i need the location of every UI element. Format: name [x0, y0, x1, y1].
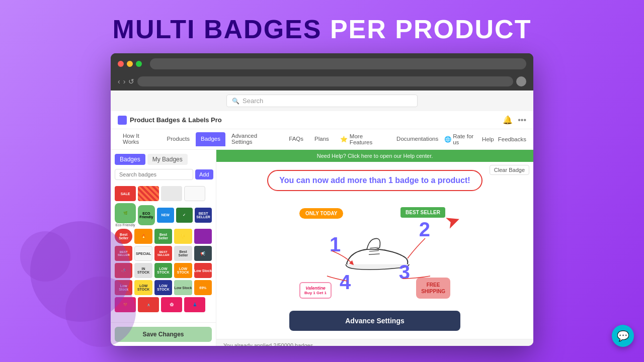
- star-icon: ⭐: [340, 136, 348, 143]
- badge-free-shipping[interactable]: FREESHIPPING: [416, 278, 450, 299]
- badge-item[interactable]: LOWSTOCK: [154, 280, 172, 295]
- badge-item[interactable]: 🌿: [115, 203, 136, 223]
- tab-more-features[interactable]: ⭐ More Features: [335, 130, 390, 149]
- buy-get-title: Valentine: [304, 286, 327, 291]
- badge-item[interactable]: [184, 186, 205, 201]
- tab-plans[interactable]: Plans: [309, 132, 334, 146]
- chat-icon: 💬: [617, 330, 629, 342]
- badge-item[interactable]: [161, 186, 182, 201]
- badge-item[interactable]: LOWSTOCK: [174, 263, 192, 278]
- badge-item[interactable]: NEW: [157, 208, 174, 223]
- back-button[interactable]: ‹: [118, 77, 120, 85]
- badge-item[interactable]: [194, 229, 212, 244]
- badge-item[interactable]: SPECIAL: [134, 246, 152, 261]
- badge-best-seller[interactable]: BEST SELLER: [400, 207, 445, 218]
- more-icon[interactable]: •••: [518, 116, 526, 125]
- badge-item[interactable]: 📢: [194, 246, 212, 261]
- browser-avatar: [516, 76, 526, 86]
- browser-window: ‹ › ↺ 🔍 Search Product Badges & Labels P…: [111, 53, 533, 346]
- tab-products[interactable]: Products: [162, 132, 195, 146]
- app-name: Product Badges & Labels Pro: [130, 116, 222, 124]
- badge-item[interactable]: 🌸: [161, 297, 182, 312]
- nav-tabs: How It Works Products Badges Advanced Se…: [111, 129, 533, 150]
- badge-count-bar: You already applied 2/50000 badges.: [216, 339, 533, 346]
- badge-row: BestSeller 🔥 BestSeller 🌟: [115, 229, 212, 244]
- badge-item[interactable]: SALE: [115, 186, 136, 201]
- search-icon: 🔍: [232, 98, 239, 105]
- sidebar-tabs: Badges My Badges: [111, 150, 216, 169]
- logo-icon: [118, 116, 127, 125]
- chat-button[interactable]: 💬: [612, 325, 634, 347]
- app-logo: Product Badges & Labels Pro: [118, 116, 222, 125]
- badge-item[interactable]: ✂️: [138, 297, 159, 312]
- search-bar-area: 🔍 Search: [111, 90, 533, 111]
- traffic-lights: [118, 61, 142, 67]
- badge-item[interactable]: BESTSELLER: [195, 208, 212, 223]
- traffic-light-yellow[interactable]: [127, 61, 133, 67]
- nav-right-actions: 🌐 Rate for us Help Feedbacks: [444, 133, 526, 145]
- rate-us-btn[interactable]: 🌐 Rate for us: [444, 133, 478, 145]
- badge-item[interactable]: 🔥: [134, 229, 152, 244]
- tab-faqs[interactable]: FAQs: [284, 132, 308, 146]
- advance-settings-button[interactable]: Advance Settings: [289, 311, 460, 331]
- badge-number-2: 2: [419, 218, 430, 241]
- sidebar-search: Add: [115, 169, 212, 180]
- product-area: 1 2 3 4: [279, 198, 470, 309]
- badge-number-4: 4: [340, 271, 351, 294]
- hero-title-purple: MULTI BADGES: [113, 15, 322, 44]
- badge-item[interactable]: LOWSTOCK: [134, 280, 152, 295]
- badge-search-input[interactable]: [115, 169, 193, 180]
- browser-chrome: ‹ › ↺: [111, 53, 533, 90]
- tab-how-it-works[interactable]: How It Works: [118, 129, 161, 149]
- tab-documentations[interactable]: Documentations: [391, 132, 443, 146]
- browser-nav: ‹ › ↺: [118, 73, 526, 90]
- add-button[interactable]: Add: [195, 169, 213, 179]
- badge-buy-get[interactable]: Valentine Buy 1 Get 1: [299, 282, 332, 299]
- badge-item[interactable]: 🌟: [174, 229, 192, 244]
- list-item: 🌿 Eco Friendly: [115, 203, 136, 227]
- globe-icon: 🌐: [444, 136, 451, 143]
- badge-number-1: 1: [330, 233, 341, 256]
- header-actions: 🔔 •••: [503, 115, 526, 125]
- badge-item[interactable]: ECOFriendly: [138, 205, 155, 225]
- bell-icon[interactable]: 🔔: [503, 115, 513, 125]
- app-header: Product Badges & Labels Pro 🔔 •••: [111, 111, 533, 129]
- cursor-arrow: ➤: [442, 209, 464, 234]
- address-bar[interactable]: [137, 76, 513, 86]
- badge-item[interactable]: 👗: [184, 297, 205, 312]
- traffic-light-green[interactable]: [136, 61, 142, 67]
- clear-badge-button[interactable]: Clear Badge: [490, 165, 529, 175]
- feedbacks-btn[interactable]: Feedbacks: [498, 136, 526, 142]
- badge-item[interactable]: Low Stock: [194, 263, 212, 278]
- tab-advanced-settings[interactable]: Advanced Settings: [226, 129, 283, 149]
- badge-row: SALE: [115, 186, 212, 201]
- badge-item[interactable]: Low Stock: [174, 280, 192, 295]
- badge-item[interactable]: BestSeller: [174, 246, 192, 261]
- browser-url-bar[interactable]: [150, 58, 526, 69]
- bg-circle-2: [65, 277, 136, 347]
- tab-badges[interactable]: Badges: [196, 132, 225, 146]
- main-body: Badges My Badges Add SALE: [111, 150, 533, 346]
- badge-only-today[interactable]: ONLY TODAY: [299, 208, 343, 219]
- sidebar-tab-my-badges[interactable]: My Badges: [147, 154, 188, 165]
- app-content: 🔍 Search Product Badges & Labels Pro 🔔 •…: [111, 90, 533, 346]
- badge-number-3: 3: [399, 261, 410, 284]
- forward-button[interactable]: ›: [123, 77, 126, 85]
- help-bar[interactable]: Need Help? Click here to open our Help c…: [216, 150, 533, 162]
- callout-bubble: You can now add more than 1 badge to a p…: [267, 170, 482, 191]
- traffic-light-red[interactable]: [118, 61, 124, 67]
- badge-item[interactable]: ✓: [176, 208, 193, 223]
- refresh-button[interactable]: ↺: [128, 77, 134, 85]
- badge-item[interactable]: BESTSELLER: [154, 246, 172, 261]
- browser-top-bar: [118, 58, 526, 69]
- badge-item[interactable]: 69%: [194, 280, 212, 295]
- badge-item[interactable]: BestSeller: [154, 229, 172, 244]
- badge-item[interactable]: INSTOCK: [134, 263, 152, 278]
- sidebar-tab-badges[interactable]: Badges: [115, 154, 145, 165]
- hero-title-white: PER PRODUCT: [321, 15, 531, 44]
- help-btn[interactable]: Help: [482, 136, 494, 142]
- search-input[interactable]: Search: [243, 97, 263, 105]
- hero-title: MULTI BADGES PER PRODUCT: [113, 14, 532, 44]
- badge-item[interactable]: [138, 186, 159, 201]
- badge-item[interactable]: LOWSTOCK: [154, 263, 172, 278]
